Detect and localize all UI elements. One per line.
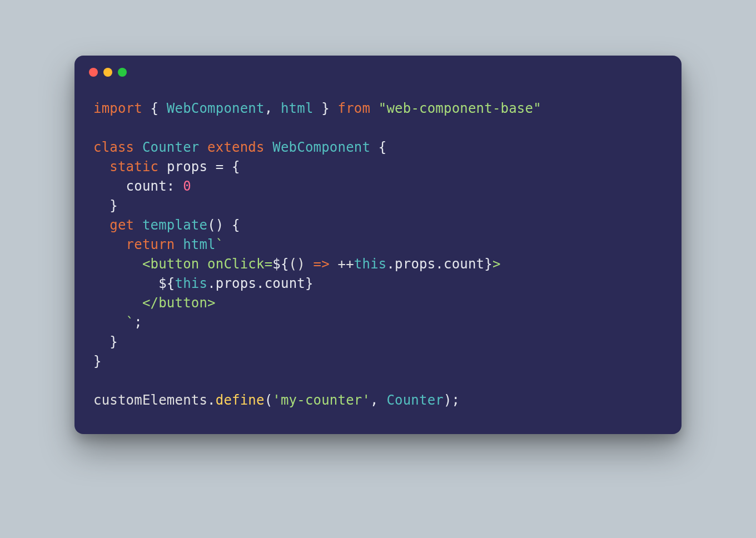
indent	[93, 159, 110, 175]
getter-name: template	[142, 217, 207, 233]
space	[370, 140, 379, 155]
property: props	[395, 256, 435, 272]
dot: .	[256, 276, 265, 291]
code-block: import { WebComponent, html } from "web-…	[74, 82, 682, 434]
window-titlebar	[74, 56, 682, 82]
increment: ++	[330, 256, 354, 272]
brace: }	[110, 334, 118, 350]
string-literal: "web-component-base"	[379, 101, 541, 116]
arrow-operator: =>	[314, 256, 330, 272]
brace: {	[379, 140, 387, 155]
comma: ,	[265, 101, 281, 116]
indent	[93, 178, 126, 194]
identifier: html	[281, 101, 314, 116]
keyword-import: import	[93, 101, 142, 116]
class-name: Counter	[142, 140, 200, 155]
indent	[93, 237, 126, 252]
semicolon: ;	[134, 315, 142, 330]
equals-brace: = {	[207, 159, 240, 175]
keyword-class: class	[93, 140, 134, 155]
space	[265, 140, 273, 155]
comma: ,	[370, 392, 386, 408]
string-literal: 'my-counter'	[272, 392, 370, 408]
object-key: count	[126, 178, 167, 194]
property: count	[265, 276, 305, 291]
global-object: customElements	[93, 392, 207, 408]
identifier: WebComponent	[167, 101, 265, 116]
zoom-icon[interactable]	[118, 68, 127, 77]
dot: .	[207, 276, 216, 291]
interp-close: }	[484, 256, 493, 272]
interp-open: ${	[272, 256, 289, 272]
backtick: `	[216, 237, 224, 252]
dot: .	[435, 256, 444, 272]
property-name: props	[167, 159, 207, 175]
brace: }	[110, 198, 118, 213]
dot: .	[207, 392, 216, 408]
colon: :	[167, 178, 183, 194]
minimize-icon[interactable]	[103, 68, 112, 77]
space	[370, 101, 379, 116]
paren-left: (	[265, 392, 273, 408]
brace-right: }	[314, 101, 338, 116]
space	[134, 140, 142, 155]
keyword-from: from	[338, 101, 371, 116]
keyword-get: get	[110, 217, 134, 233]
parens-brace: () {	[207, 217, 240, 233]
arrow-params: ()	[289, 256, 314, 272]
space	[199, 140, 207, 155]
template-text: >	[493, 256, 501, 272]
close-icon[interactable]	[89, 68, 98, 77]
this-keyword: this	[354, 256, 387, 272]
space	[175, 237, 183, 252]
indent	[93, 198, 110, 213]
superclass: WebComponent	[272, 140, 370, 155]
keyword-static: static	[110, 159, 158, 175]
indent	[93, 217, 110, 233]
template-text: <button onClick=	[142, 256, 272, 272]
method-call: define	[216, 392, 265, 408]
template-text: </button>	[142, 295, 216, 311]
brace-left: {	[142, 101, 167, 116]
paren-right-semi: );	[444, 392, 460, 408]
tag-function: html	[183, 237, 216, 252]
code-window: import { WebComponent, html } from "web-…	[74, 56, 682, 434]
this-keyword: this	[175, 276, 208, 291]
argument: Counter	[386, 392, 444, 408]
indent	[93, 334, 110, 350]
indent	[93, 276, 158, 291]
indent	[93, 295, 142, 311]
indent	[93, 315, 126, 330]
space	[158, 159, 167, 175]
interp-close: }	[305, 276, 314, 291]
brace: }	[93, 353, 102, 369]
dot: .	[386, 256, 395, 272]
keyword-extends: extends	[207, 140, 265, 155]
keyword-return: return	[126, 237, 175, 252]
property: count	[444, 256, 484, 272]
interp-open: ${	[158, 276, 175, 291]
property: props	[216, 276, 256, 291]
backtick: `	[126, 315, 135, 330]
space	[134, 217, 142, 233]
number-literal: 0	[183, 178, 191, 194]
indent	[93, 256, 142, 272]
